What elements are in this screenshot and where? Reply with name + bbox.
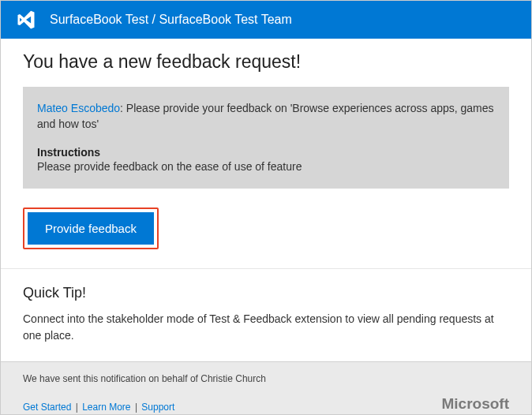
quick-tip-text: Connect into the stakeholder mode of Tes… bbox=[23, 311, 509, 344]
instructions-heading: Instructions bbox=[37, 146, 495, 159]
sender-name: Christie Church bbox=[200, 373, 266, 384]
link-separator: | bbox=[73, 402, 81, 413]
section-divider bbox=[1, 268, 531, 269]
footer-row: Get Started | Learn More | Support Micro… bbox=[23, 395, 509, 413]
footer-links: Get Started | Learn More | Support bbox=[23, 402, 174, 413]
support-link[interactable]: Support bbox=[141, 402, 174, 413]
footer: We have sent this notification on behalf… bbox=[1, 361, 531, 415]
get-started-link[interactable]: Get Started bbox=[23, 402, 71, 413]
cta-highlight-box: Provide feedback bbox=[23, 208, 159, 249]
microsoft-logo: Microsoft bbox=[442, 395, 510, 413]
visual-studio-icon bbox=[15, 9, 37, 31]
footer-notice: We have sent this notification on behalf… bbox=[23, 373, 509, 384]
learn-more-link[interactable]: Learn More bbox=[82, 402, 130, 413]
header-bar: SurfaceBook Test / SurfaceBook Test Team bbox=[1, 1, 531, 39]
instructions-text: Please provide feedback on the ease of u… bbox=[37, 160, 495, 173]
page-title: You have a new feedback request! bbox=[23, 51, 509, 73]
notice-prefix: We have sent this notification on behalf… bbox=[23, 373, 200, 384]
requester-name: Mateo Escobedo bbox=[37, 102, 120, 114]
feedback-request-box: Mateo Escobedo: Please provide your feed… bbox=[23, 87, 509, 189]
link-separator: | bbox=[133, 402, 140, 413]
header-title: SurfaceBook Test / SurfaceBook Test Team bbox=[50, 13, 292, 27]
content-area: You have a new feedback request! Mateo E… bbox=[1, 39, 531, 361]
quick-tip-heading: Quick Tip! bbox=[23, 285, 509, 301]
provide-feedback-button[interactable]: Provide feedback bbox=[28, 212, 154, 245]
request-message: Mateo Escobedo: Please provide your feed… bbox=[37, 101, 495, 132]
